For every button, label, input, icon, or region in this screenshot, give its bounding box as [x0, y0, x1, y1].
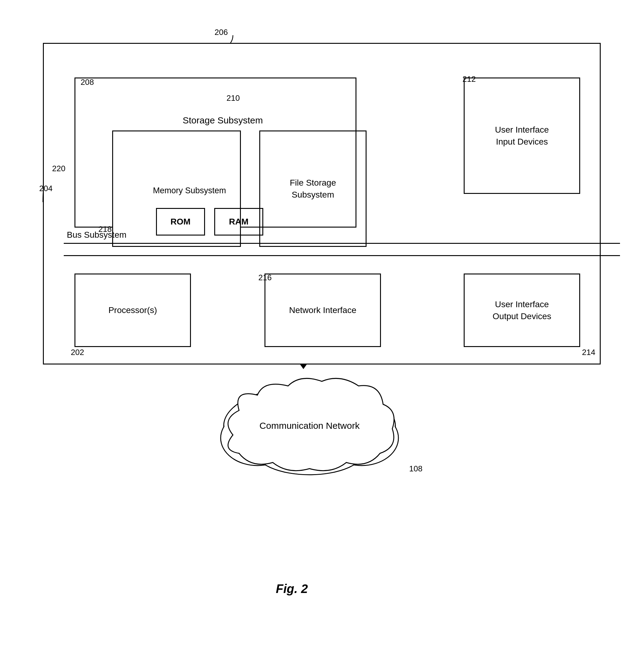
communication-network-container: Communication Network [202, 365, 417, 478]
ref-204: 204 [39, 184, 52, 193]
ref-208: 208 [81, 78, 94, 87]
memory-subsystem-label: Memory Subsystem [153, 186, 226, 195]
rom-box: ROM [156, 208, 205, 236]
ref-212: 212 [463, 75, 476, 84]
bus-line-top [64, 243, 620, 244]
file-storage-box: File StorageSubsystem [259, 130, 367, 247]
processor-box: Processor(s) [75, 273, 191, 347]
ref-216: 216 [258, 273, 271, 283]
file-storage-label: File StorageSubsystem [290, 177, 336, 201]
ref-206: 206 [215, 28, 228, 37]
ref-218: 218 [98, 224, 112, 234]
memory-subsystem-box: Memory Subsystem ROM RAM [112, 130, 241, 247]
network-interface-label: Network Interface [289, 304, 356, 316]
figure-label: Fig. 2 [276, 582, 308, 596]
ui-output-devices-box: User InterfaceOutput Devices [464, 273, 580, 347]
ref-214: 214 [582, 348, 595, 357]
ram-label: RAM [229, 217, 249, 227]
computer-system-box: Storage Subsystem Memory Subsystem ROM R… [43, 43, 601, 365]
processor-label: Processor(s) [109, 305, 157, 315]
storage-subsystem-label: Storage Subsystem [183, 115, 263, 126]
bus-line-bottom [64, 255, 620, 256]
ref-108: 108 [409, 464, 422, 474]
ref-202: 202 [71, 348, 84, 357]
bus-subsystem-label: Bus Subsystem [67, 230, 127, 240]
storage-subsystem-box: Storage Subsystem Memory Subsystem ROM R… [75, 78, 356, 227]
ram-box: RAM [214, 208, 263, 236]
rom-label: ROM [170, 217, 190, 227]
ui-output-devices-label: User InterfaceOutput Devices [493, 298, 551, 322]
svg-text:Communication Network: Communication Network [260, 420, 360, 431]
network-interface-box: Network Interface [264, 273, 381, 347]
ui-input-devices-box: User InterfaceInput Devices [464, 78, 580, 194]
ui-input-devices-label: User InterfaceInput Devices [495, 124, 549, 148]
ref-210: 210 [227, 93, 240, 103]
ref-220: 220 [52, 164, 65, 173]
